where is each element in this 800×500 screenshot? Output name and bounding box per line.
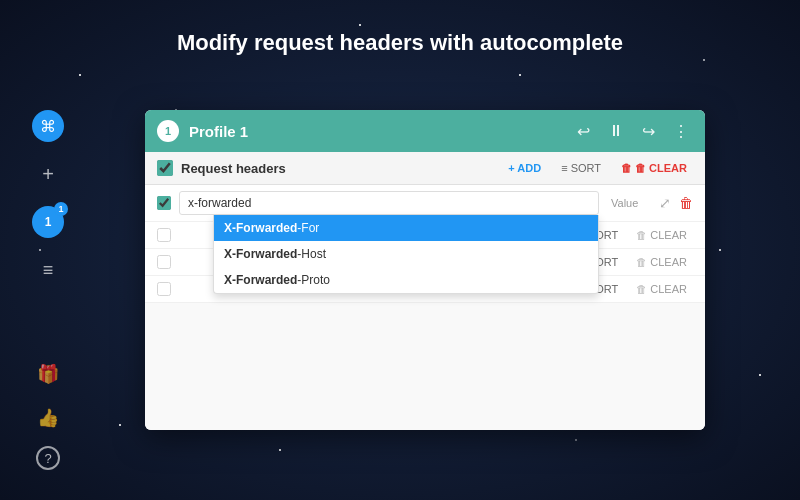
row2-checkbox[interactable] — [157, 228, 171, 242]
gift-icon[interactable]: 🎁 — [32, 358, 64, 390]
section-checkbox[interactable] — [157, 160, 173, 176]
row3-trash-icon: 🗑 — [636, 256, 647, 268]
row1-trash-icon[interactable]: 🗑 — [679, 195, 693, 211]
sort-button[interactable]: ≡ SORT — [555, 160, 607, 176]
row1-value-label: Value — [611, 197, 651, 209]
row4-clear-button[interactable]: 🗑 CLEAR — [630, 281, 693, 297]
autocomplete-item-1[interactable]: X-Forwarded-For — [214, 215, 598, 241]
panel-content: Request headers + ADD ≡ SORT 🗑 🗑 CLEAR X… — [145, 152, 705, 430]
trash-icon: 🗑 — [621, 162, 632, 174]
profile-badge: 1 — [157, 120, 179, 142]
expand-icon[interactable]: ⤢ — [659, 195, 671, 211]
profile-count-icon[interactable]: 1 — [32, 206, 64, 238]
row1-checkbox[interactable] — [157, 196, 171, 210]
section-header: Request headers + ADD ≡ SORT 🗑 🗑 CLEAR — [145, 152, 705, 185]
row2-trash-icon: 🗑 — [636, 229, 647, 241]
page-title: Modify request headers with autocomplete — [0, 30, 800, 56]
row2-clear-button[interactable]: 🗑 CLEAR — [630, 227, 693, 243]
autocomplete-item-2-suffix: -Host — [297, 247, 326, 261]
list-icon[interactable]: ≡ — [32, 254, 64, 286]
row4-checkbox[interactable] — [157, 282, 171, 296]
pause-icon[interactable]: ⏸ — [604, 118, 628, 144]
plus-icon[interactable]: + — [32, 158, 64, 190]
panel-title: Profile 1 — [189, 123, 563, 140]
add-button[interactable]: + ADD — [502, 160, 547, 176]
row3-clear-button[interactable]: 🗑 CLEAR — [630, 254, 693, 270]
help-icon[interactable]: ? — [36, 446, 60, 470]
autocomplete-item-2[interactable]: X-Forwarded-Host — [214, 241, 598, 267]
autocomplete-item-2-prefix: X-Forwarded — [224, 247, 297, 261]
autocomplete-item-3[interactable]: X-Forwarded-Proto — [214, 267, 598, 293]
cmd-icon[interactable]: ⌘ — [32, 110, 64, 142]
autocomplete-item-1-prefix: X-Forwarded — [224, 221, 297, 235]
autocomplete-item-3-prefix: X-Forwarded — [224, 273, 297, 287]
autocomplete-item-3-suffix: -Proto — [297, 273, 330, 287]
share-icon[interactable]: ↪ — [638, 118, 659, 145]
panel-header: 1 Profile 1 ↩ ⏸ ↪ ⋮ — [145, 110, 705, 152]
row4-trash-icon: 🗑 — [636, 283, 647, 295]
undo-icon[interactable]: ↩ — [573, 118, 594, 145]
row3-checkbox[interactable] — [157, 255, 171, 269]
row1-name-input[interactable] — [179, 191, 599, 215]
sidebar-bottom: 🎁 👍 ? — [30, 358, 66, 470]
main-panel: 1 Profile 1 ↩ ⏸ ↪ ⋮ Request headers + AD… — [145, 110, 705, 430]
autocomplete-dropdown: X-Forwarded-For X-Forwarded-Host X-Forwa… — [213, 215, 599, 294]
autocomplete-item-1-suffix: -For — [297, 221, 319, 235]
section-title: Request headers — [181, 161, 494, 176]
clear-button[interactable]: 🗑 🗑 CLEAR — [615, 160, 693, 176]
header-row-1: X-Forwarded-For X-Forwarded-Host X-Forwa… — [145, 185, 705, 222]
thumbsup-icon[interactable]: 👍 — [32, 402, 64, 434]
more-icon[interactable]: ⋮ — [669, 118, 693, 145]
request-headers-section: Request headers + ADD ≡ SORT 🗑 🗑 CLEAR X… — [145, 152, 705, 303]
